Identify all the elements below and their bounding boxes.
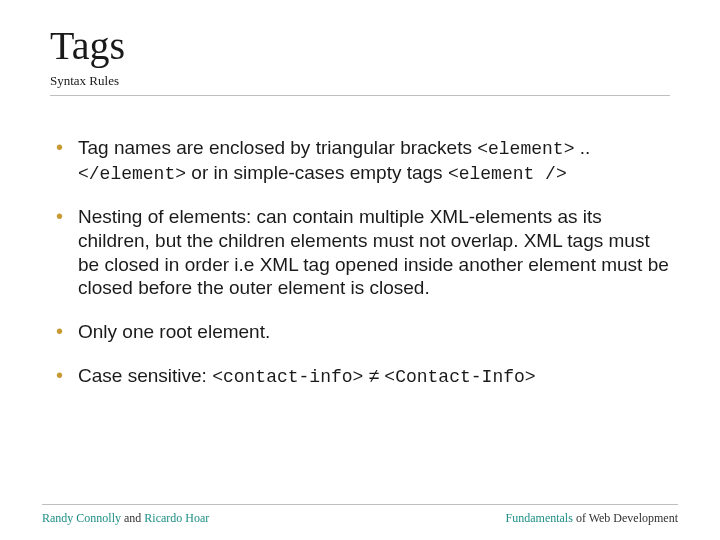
- page-title: Tags: [50, 22, 670, 69]
- list-item: Tag names are enclosed by triangular bra…: [50, 136, 670, 185]
- author-name: Randy Connolly: [42, 511, 121, 525]
- list-item: Nesting of elements: can contain multipl…: [50, 205, 670, 300]
- bullet-list: Tag names are enclosed by triangular bra…: [50, 136, 670, 388]
- slide: Tags Syntax Rules Tag names are enclosed…: [0, 0, 720, 540]
- footer-divider: [42, 504, 678, 505]
- footer-text: and: [121, 511, 144, 525]
- bullet-text: ≠: [363, 365, 384, 386]
- list-item: Case sensitive: <contact-info> ≠ <Contac…: [50, 364, 670, 389]
- footer: Randy Connolly and Ricardo Hoar Fundamen…: [0, 504, 720, 526]
- bullet-text: Case sensitive:: [78, 365, 212, 386]
- footer-row: Randy Connolly and Ricardo Hoar Fundamen…: [42, 511, 678, 526]
- bullet-text: Only one root element.: [78, 321, 270, 342]
- code-snippet: <element />: [448, 164, 567, 184]
- code-snippet: <contact-info>: [212, 367, 363, 387]
- book-title-word: Fundamentals: [506, 511, 573, 525]
- title-divider: [50, 95, 670, 96]
- bullet-text: Nesting of elements: can contain multipl…: [78, 206, 669, 298]
- code-snippet: </element>: [78, 164, 186, 184]
- page-subtitle: Syntax Rules: [50, 73, 670, 89]
- bullet-text: Tag names are enclosed by triangular bra…: [78, 137, 477, 158]
- bullet-text: or in simple-cases empty tags: [186, 162, 448, 183]
- list-item: Only one root element.: [50, 320, 670, 344]
- code-snippet: <element>: [477, 139, 574, 159]
- footer-text: of Web Development: [573, 511, 678, 525]
- code-snippet: <Contact-Info>: [384, 367, 535, 387]
- footer-right: Fundamentals of Web Development: [506, 511, 678, 526]
- author-name: Ricardo Hoar: [144, 511, 209, 525]
- footer-left: Randy Connolly and Ricardo Hoar: [42, 511, 209, 526]
- bullet-text: ..: [574, 137, 590, 158]
